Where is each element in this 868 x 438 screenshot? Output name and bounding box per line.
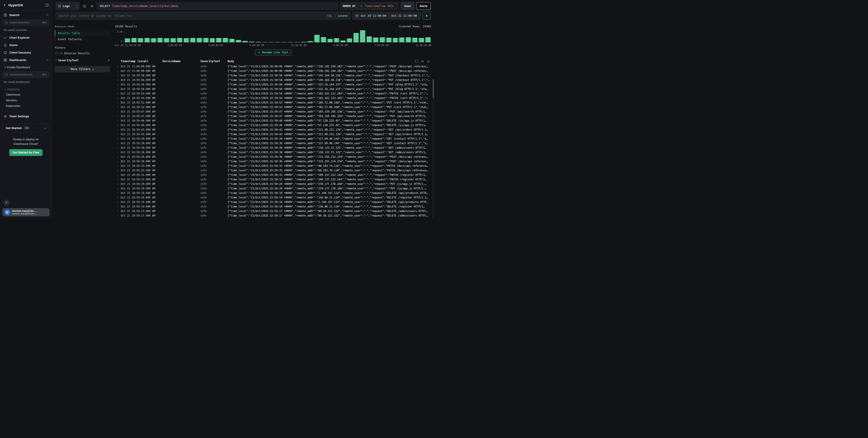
col-body[interactable]: ⋮Body <box>224 60 431 63</box>
table-row[interactable]: ›Oct 21 10:59:47.000 AMinfo{"time_local"… <box>115 109 431 114</box>
table-row[interactable]: ›Oct 21 10:59:17.000 AMinfo{"time_local"… <box>115 209 431 213</box>
language-lucene[interactable]: Lucene <box>338 14 348 18</box>
row-expand-icon[interactable]: › <box>115 178 121 181</box>
row-expand-icon[interactable]: › <box>115 192 121 195</box>
preset-services[interactable]: Services <box>0 98 52 103</box>
row-expand-icon[interactable]: › <box>115 83 121 86</box>
sidebar-item-chart-explorer[interactable]: Chart Explorer <box>0 34 52 41</box>
saved-dashboards-input[interactable]: Saved Dashboards ⌘K <box>3 71 49 78</box>
run-search-button[interactable] <box>423 12 431 20</box>
download-icon[interactable] <box>427 60 430 63</box>
table-row[interactable]: ›Oct 21 10:59:56.000 AMinfo{"time_local"… <box>115 82 431 87</box>
table-row[interactable]: ›Oct 21 11:00:00.000 AMinfo{"time_local"… <box>115 69 431 73</box>
table-row[interactable]: ›Oct 21 10:59:17.000 AMinfo{"time_local"… <box>115 213 431 218</box>
table-row[interactable]: ›Oct 21 10:59:33.000 AMinfo{"time_local"… <box>115 164 431 168</box>
sidebar-item-client-sessions[interactable]: Client Sessions <box>0 49 52 56</box>
create-dashboard-button[interactable]: + Create Dashboard <box>0 64 52 71</box>
column-resize-handle[interactable]: ⋮ <box>160 60 162 62</box>
preset-kubernetes[interactable]: Kubernetes <box>0 103 52 109</box>
app-logo[interactable]: HyperDX <box>3 3 23 7</box>
resume-live-tail-button[interactable]: Resume Live Tail <box>255 49 291 55</box>
table-row[interactable]: ›Oct 21 10:59:19.000 AMinfo{"time_local"… <box>115 204 431 209</box>
row-expand-icon[interactable]: › <box>115 173 121 176</box>
row-expand-icon[interactable]: › <box>115 92 121 95</box>
save-button[interactable]: Save <box>401 2 414 10</box>
table-row[interactable]: ›Oct 21 10:59:39.000 AMinfo{"time_local"… <box>115 141 431 145</box>
sidebar-item-dashboards[interactable]: Dashboards <box>0 56 52 64</box>
event-search-box[interactable]: SQL | Lucene <box>56 12 350 20</box>
table-row[interactable]: ›Oct 21 10:59:29.000 AMinfo{"time_local"… <box>115 186 431 191</box>
scrollbar-thumb[interactable] <box>433 79 434 98</box>
table-row[interactable]: ›Oct 21 10:59:52.000 AMinfo{"time_local"… <box>115 100 431 105</box>
table-row[interactable]: ›Oct 21 10:59:29.000 AMinfo{"time_local"… <box>115 182 431 186</box>
col-timestamp[interactable]: Timestamp (Local) <box>121 60 159 63</box>
views-icon[interactable] <box>82 2 87 10</box>
gear-icon[interactable] <box>89 2 95 10</box>
row-expand-icon[interactable]: › <box>115 182 121 186</box>
row-expand-icon[interactable]: › <box>115 133 121 136</box>
row-expand-icon[interactable]: › <box>115 114 121 118</box>
table-row[interactable]: ›Oct 21 10:59:58.000 AMinfo{"time_local"… <box>115 73 431 78</box>
columns-icon[interactable] <box>421 60 424 63</box>
histogram-bars[interactable] <box>124 30 431 42</box>
row-expand-icon[interactable]: › <box>115 88 121 91</box>
denoise-checkbox[interactable] <box>55 52 58 55</box>
table-row[interactable]: ›Oct 21 10:59:58.000 AMinfo{"time_local"… <box>115 78 431 82</box>
more-filters-button[interactable]: More filters <box>55 66 110 72</box>
order-by-field[interactable]: TimestampTime DESC <box>358 4 396 9</box>
row-expand-icon[interactable]: › <box>115 169 121 172</box>
row-expand-icon[interactable]: › <box>115 142 121 145</box>
language-sql[interactable]: SQL <box>327 14 332 18</box>
row-expand-icon[interactable]: › <box>115 101 121 104</box>
row-expand-icon[interactable]: › <box>115 124 121 127</box>
table-row[interactable]: ›Oct 21 10:59:46.000 AMinfo{"time_local"… <box>115 123 431 128</box>
row-expand-icon[interactable]: › <box>115 97 121 100</box>
search-input[interactable] <box>59 14 325 18</box>
chevron-up-icon[interactable] <box>46 14 49 16</box>
row-expand-icon[interactable]: › <box>115 214 121 217</box>
table-row[interactable]: ›Oct 21 10:59:31.000 AMinfo{"time_local"… <box>115 177 431 182</box>
events-histogram[interactable]: 3.2K 0 <box>115 30 431 42</box>
table-row[interactable]: ›Oct 21 10:59:38.000 AMinfo{"time_local"… <box>115 150 431 155</box>
facet-severitytext[interactable]: SeverityText <box>55 59 110 62</box>
row-expand-icon[interactable]: › <box>115 65 121 68</box>
row-expand-icon[interactable]: › <box>115 119 121 122</box>
pin-icon[interactable] <box>107 59 110 62</box>
row-expand-icon[interactable]: › <box>115 146 121 149</box>
table-row[interactable]: ›Oct 21 10:59:19.000 AMinfo{"time_local"… <box>115 200 431 204</box>
table-row[interactable]: ›Oct 21 10:59:54.000 AMinfo{"time_local"… <box>115 91 431 96</box>
date-range-picker[interactable]: Oct 20 11:00:00 - Oct 21 11:00:00 <box>352 12 421 20</box>
row-expand-icon[interactable]: › <box>115 160 121 163</box>
row-expand-icon[interactable]: › <box>115 196 121 199</box>
table-row[interactable]: ›Oct 21 10:59:36.000 AMinfo{"time_local"… <box>115 159 431 164</box>
user-menu[interactable]: D dominic.tran@clic… dominic.tran@clickh… <box>2 208 50 216</box>
mode-results-table[interactable]: Results Table <box>55 30 110 36</box>
table-row[interactable]: ›Oct 21 10:59:46.000 AMinfo{"time_local"… <box>115 119 431 123</box>
row-expand-icon[interactable]: › <box>115 209 121 213</box>
select-clause-editor[interactable]: SELECT Timestamp,ServiceName,SeverityTex… <box>97 2 338 10</box>
mode-event-patterns[interactable]: Event Patterns <box>55 36 110 42</box>
denoise-results-toggle[interactable]: Denoise Results <box>55 52 110 55</box>
chevron-down-icon[interactable] <box>44 127 46 129</box>
column-resize-handle[interactable]: ⋮ <box>225 60 227 62</box>
row-expand-icon[interactable]: › <box>115 78 121 81</box>
row-expand-icon[interactable]: › <box>115 110 121 113</box>
row-expand-icon[interactable]: › <box>115 155 121 159</box>
row-expand-icon[interactable]: › <box>115 69 121 72</box>
table-row[interactable]: ›Oct 21 10:59:54.000 AMinfo{"time_local"… <box>115 96 431 100</box>
source-select[interactable]: Logs <box>56 2 80 10</box>
row-expand-icon[interactable]: › <box>115 164 121 167</box>
get-started-card[interactable]: Get Started 3/3 <box>3 124 49 132</box>
sidebar-collapse-icon[interactable] <box>45 3 49 7</box>
row-expand-icon[interactable]: › <box>115 187 121 190</box>
row-expand-icon[interactable]: › <box>115 106 121 109</box>
col-servicename[interactable]: ⋮ServiceName <box>159 60 197 63</box>
table-row[interactable]: ›Oct 21 10:59:39.000 AMinfo{"time_local"… <box>115 136 431 141</box>
table-row[interactable]: ›Oct 21 10:59:36.000 AMinfo{"time_local"… <box>115 155 431 159</box>
row-expand-icon[interactable]: › <box>115 128 121 131</box>
column-resize-handle[interactable]: ⋮ <box>198 60 200 62</box>
col-severitytext[interactable]: ⋮SeverityText <box>197 60 224 63</box>
sidebar-item-search[interactable]: Search <box>0 10 52 19</box>
row-expand-icon[interactable]: › <box>115 200 121 204</box>
row-expand-icon[interactable]: › <box>115 74 121 77</box>
